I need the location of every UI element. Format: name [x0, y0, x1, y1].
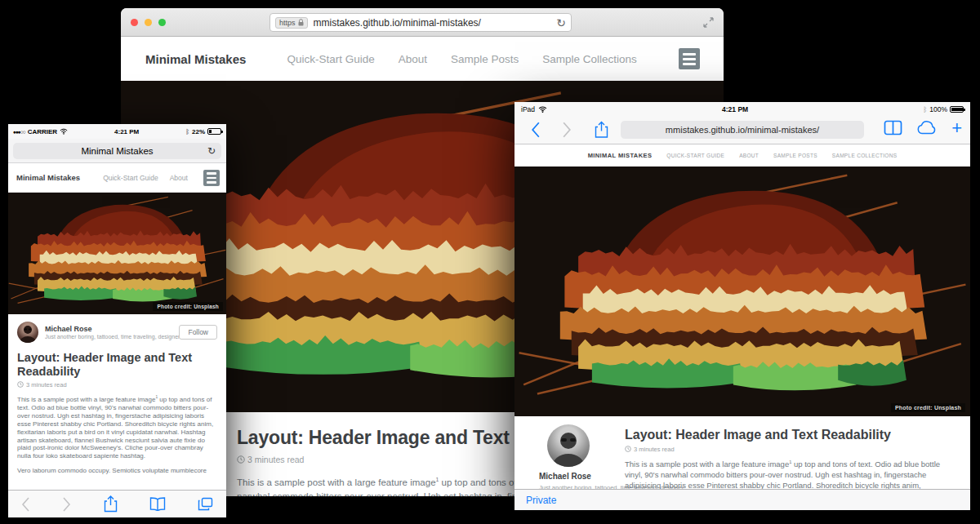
site-brand-link[interactable]: Minimal Mistakes [16, 173, 80, 182]
photo-credit: Photo credit: Unsplash [153, 302, 223, 311]
nav-link-sample-posts[interactable]: Sample Posts [773, 153, 817, 158]
iphone-safari-toolbar [8, 490, 226, 517]
post-paragraph-2: Vero laborum commodo occupy. Semiotics v… [17, 467, 217, 475]
icloud-tabs-icon[interactable] [916, 121, 938, 135]
bookmarks-icon[interactable] [149, 497, 166, 511]
new-tab-icon[interactable]: + [951, 121, 962, 135]
nav-link-about[interactable]: About [170, 174, 188, 182]
read-time-text: 3 minutes read [634, 446, 675, 453]
ipad-url-field[interactable]: mmistakes.github.io/minimal-mistakes/ [621, 121, 864, 139]
signal-dots-icon: ●●●○○ [13, 129, 25, 135]
post-title: Layout: Header Image and Text Readabilit… [17, 351, 217, 378]
nav-link-sample-collections[interactable]: Sample Collections [542, 53, 637, 65]
device-label: iPad [521, 105, 535, 113]
fullscreen-icon[interactable] [703, 17, 714, 28]
iphone-url-field[interactable]: Minimal Mistakes ↻ [13, 143, 221, 159]
private-browsing-button[interactable]: Private [526, 495, 556, 506]
photo-credit: Photo credit: Unsplash [891, 403, 965, 412]
zoom-window-button[interactable] [158, 19, 166, 26]
post-paragraph-1: This is a sample post with a large featu… [17, 395, 217, 460]
post-column: Layout: Header Image and Text Readabilit… [625, 428, 943, 489]
battery-icon [950, 106, 964, 113]
site-brand-link[interactable]: Minimal Mistakes [588, 152, 653, 159]
desktop-url-text: mmistakes.github.io/minimal-mistakes/ [314, 17, 557, 29]
ipad-url-text: mmistakes.github.io/minimal-mistakes/ [666, 125, 819, 135]
nav-link-quick-start[interactable]: Quick-Start Guide [666, 153, 724, 158]
iphone-url-title: Minimal Mistakes [81, 146, 153, 156]
ipad-status-bar: iPad 4:21 PM ᛒ 100% [514, 102, 970, 116]
ipad-site-nav: Minimal Mistakes Quick-Start Guide About… [514, 144, 970, 167]
forward-icon[interactable] [62, 497, 71, 512]
nav-links: Quick-Start Guide About Sample Posts Sam… [287, 53, 636, 65]
wifi-icon [538, 106, 547, 113]
bluetooth-icon: ᛒ [185, 128, 189, 135]
ipad-screen: iPad 4:21 PM ᛒ 100% mmistakes.github.io [514, 102, 970, 510]
person-icon [547, 424, 590, 467]
https-label: https [279, 19, 296, 27]
battery-percent: 100% [929, 105, 947, 113]
read-time-text: 3 minutes read [247, 455, 304, 464]
iphone-site-nav: Minimal Mistakes Quick-Start Guide About [8, 163, 226, 193]
reload-icon[interactable]: ↻ [556, 16, 566, 29]
tabs-icon[interactable] [198, 497, 213, 511]
iphone-status-bar: ●●●○○ CARRIER 4:21 PM ᛒ 22% [8, 124, 226, 139]
leaves-photo [8, 193, 226, 314]
reading-list-icon[interactable] [884, 120, 902, 135]
author-bio: Just another boring, tattooed, time trav… [45, 334, 174, 340]
back-icon[interactable] [21, 497, 30, 512]
battery-icon [207, 128, 221, 135]
minimize-window-button[interactable] [145, 19, 152, 26]
ipad-toolbar-right: + [884, 120, 962, 135]
desktop-url-field[interactable]: https mmistakes.github.io/minimal-mistak… [270, 13, 572, 32]
follow-button[interactable]: Follow [179, 325, 217, 340]
https-badge: https [275, 17, 308, 29]
nav-link-about[interactable]: About [399, 53, 427, 65]
person-icon [17, 322, 38, 343]
nav-link-sample-collections[interactable]: Sample Collections [832, 153, 897, 158]
site-brand-link[interactable]: Minimal Mistakes [145, 52, 246, 66]
wifi-icon [60, 128, 68, 135]
author-avatar [17, 322, 38, 343]
nav-link-about[interactable]: About [739, 153, 759, 158]
author-avatar [547, 424, 590, 467]
author-column: Michael Rose Just another boring, tattoo… [539, 424, 612, 489]
forward-icon[interactable] [562, 122, 572, 138]
post-body: This is a sample post with a large featu… [17, 395, 217, 475]
ipad-safari-toolbar: mmistakes.github.io/minimal-mistakes/ + [514, 116, 970, 144]
share-icon[interactable] [104, 495, 118, 513]
bluetooth-icon: ᛒ [923, 105, 927, 113]
nav-link-sample-posts[interactable]: Sample Posts [451, 53, 519, 65]
read-time: 3 minutes read [625, 446, 943, 453]
share-icon[interactable] [595, 121, 608, 139]
post-paragraph: This is a sample post with a large featu… [625, 460, 943, 489]
nav-links: Quick-Start Guide About [103, 174, 188, 182]
close-window-button[interactable] [131, 19, 138, 26]
author-name: Michael Rose [45, 325, 174, 333]
nav-link-quick-start[interactable]: Quick-Start Guide [287, 53, 374, 65]
clock-icon [237, 455, 245, 464]
lock-icon [298, 19, 304, 26]
iphone-post-content: Michael Rose Just another boring, tattoo… [8, 314, 226, 475]
author-name: Michael Rose [539, 472, 612, 481]
leaves-photo [514, 167, 970, 416]
carrier-label: CARRIER [28, 128, 57, 135]
clock-icon [625, 446, 631, 452]
nav-link-quick-start[interactable]: Quick-Start Guide [103, 174, 158, 182]
battery-percent: 22% [192, 128, 205, 135]
status-time: 4:21 PM [68, 128, 185, 135]
desktop-titlebar: https mmistakes.github.io/minimal-mistak… [121, 8, 724, 37]
ipad-header-image: Photo credit: Unsplash [514, 167, 970, 416]
menu-toggle-button[interactable] [679, 48, 700, 69]
reload-icon[interactable]: ↻ [207, 145, 216, 157]
iphone-header-image: Photo credit: Unsplash [8, 193, 226, 314]
desktop-site-nav: Minimal Mistakes Quick-Start Guide About… [121, 37, 724, 81]
back-icon[interactable] [531, 122, 541, 138]
ipad-post-content: Michael Rose Just another boring, tattoo… [514, 416, 970, 489]
author-meta: Michael Rose Just another boring, tattoo… [45, 325, 174, 340]
read-time-text: 3 minutes read [26, 381, 67, 389]
composite-screenshot: https mmistakes.github.io/minimal-mistak… [0, 0, 980, 524]
read-time: 3 minutes read [17, 381, 217, 389]
menu-toggle-button[interactable] [203, 170, 220, 186]
clock-icon [17, 381, 24, 388]
ipad-bottom-bar: Private [514, 489, 970, 510]
